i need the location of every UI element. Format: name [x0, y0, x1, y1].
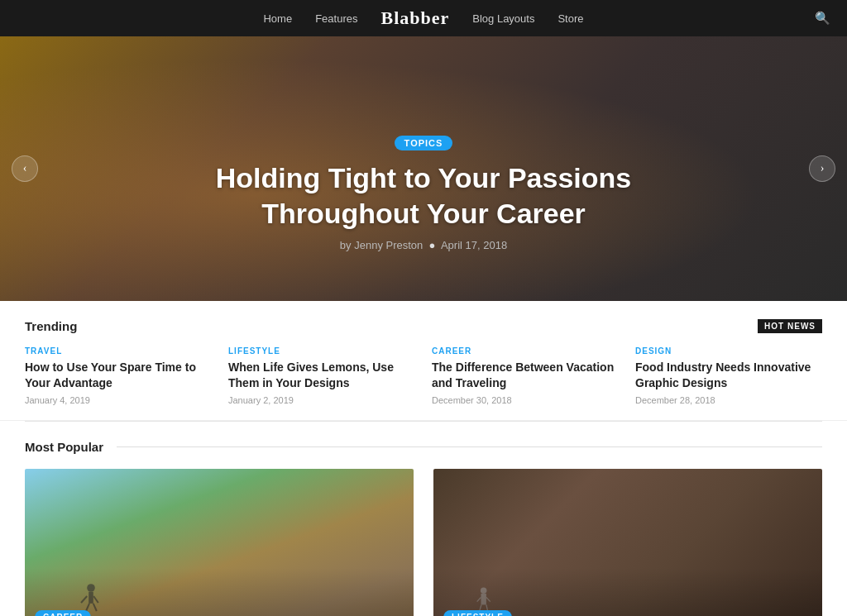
svg-line-2 — [81, 596, 87, 603]
popular-section: Most Popular CAREER What K — [0, 422, 847, 616]
trending-item-3: CAREER The Difference Between Vacation a… — [432, 346, 619, 405]
trending-category-1: TRAVEL — [25, 346, 212, 356]
svg-line-5 — [93, 604, 97, 611]
site-logo[interactable]: Blabber — [380, 7, 449, 29]
svg-line-8 — [477, 598, 481, 602]
svg-rect-1 — [89, 592, 93, 604]
hero-title: Holding Tight to Your Passions Throughou… — [175, 160, 672, 231]
trending-category-2: LIFESTYLE — [228, 346, 415, 356]
trending-item-title-3[interactable]: The Difference Between Vacation and Trav… — [432, 360, 619, 391]
hero-section: ‹ › TOPICS Holding Tight to Your Passion… — [0, 36, 847, 301]
trending-item-title-4[interactable]: Food Industry Needs Innovative Graphic D… — [635, 360, 822, 391]
hero-next-button[interactable]: › — [809, 155, 835, 182]
nav-home[interactable]: Home — [263, 12, 292, 25]
hero-date: April 17, 2018 — [441, 239, 507, 251]
workshop-image — [433, 469, 822, 616]
popular-divider — [117, 446, 822, 447]
card-badge-2: LIFESTYLE — [443, 610, 512, 616]
svg-point-6 — [481, 588, 486, 594]
popular-title: Most Popular — [25, 440, 103, 454]
trending-title: Trending — [25, 319, 77, 333]
hero-prev-button[interactable]: ‹ — [12, 155, 38, 182]
hero-content: TOPICS Holding Tight to Your Passions Th… — [175, 135, 672, 251]
popular-card-image-2: LIFESTYLE — [433, 469, 822, 616]
hot-news-badge: HOT NEWS — [758, 319, 822, 333]
popular-header: Most Popular — [25, 440, 822, 454]
runners-image — [25, 469, 414, 616]
hero-topics-badge[interactable]: TOPICS — [395, 136, 453, 150]
trending-header: Trending HOT NEWS — [25, 319, 822, 333]
popular-card-1: CAREER What Keeps Us Going: Find Your Wa… — [25, 469, 414, 616]
trending-item-1: TRAVEL How to Use Your Spare Time to You… — [25, 346, 212, 405]
trending-category-4: DESIGN — [635, 346, 822, 356]
nav-store[interactable]: Store — [557, 12, 583, 25]
trending-category-3: CAREER — [432, 346, 619, 356]
trending-item-title-2[interactable]: When Life Gives Lemons, Use Them in Your… — [228, 360, 415, 391]
svg-rect-7 — [481, 595, 486, 605]
nav-features[interactable]: Features — [315, 12, 357, 25]
trending-item-4: DESIGN Food Industry Needs Innovative Gr… — [635, 346, 822, 405]
nav-blog-layouts[interactable]: Blog Layouts — [472, 12, 534, 25]
search-icon[interactable]: 🔍 — [815, 11, 830, 26]
svg-point-0 — [87, 584, 95, 592]
nav-links: Home Features Blabber Blog Layouts Store — [263, 7, 583, 29]
svg-line-4 — [86, 604, 89, 611]
svg-line-3 — [93, 596, 98, 603]
popular-card-2: LIFESTYLE There Is No Way People Can Tak… — [433, 469, 822, 616]
trending-item-date-2: January 2, 2019 — [228, 395, 415, 405]
trending-item-date-3: December 30, 2018 — [432, 395, 619, 405]
trending-item-title-1[interactable]: How to Use Your Spare Time to Your Advan… — [25, 360, 212, 391]
trending-item-date-1: January 4, 2019 — [25, 395, 212, 405]
hero-meta: by Jenny Preston ● April 17, 2018 — [175, 239, 672, 251]
trending-item-date-4: December 28, 2018 — [635, 395, 822, 405]
card-badge-1: CAREER — [35, 610, 91, 616]
trending-grid: TRAVEL How to Use Your Spare Time to You… — [25, 346, 822, 405]
hero-author: by Jenny Preston — [340, 239, 423, 251]
trending-section: Trending HOT NEWS TRAVEL How to Use Your… — [0, 301, 847, 421]
navbar: Home Features Blabber Blog Layouts Store… — [0, 0, 847, 36]
popular-card-image-1: CAREER — [25, 469, 414, 616]
popular-grid: CAREER What Keeps Us Going: Find Your Wa… — [25, 469, 822, 616]
trending-item-2: LIFESTYLE When Life Gives Lemons, Use Th… — [228, 346, 415, 405]
svg-line-9 — [486, 598, 490, 602]
